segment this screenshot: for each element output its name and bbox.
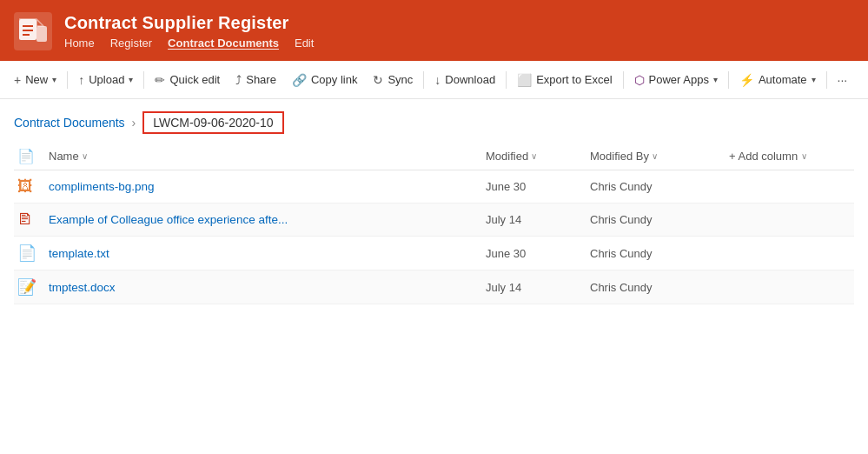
file-list-header: 📄 Name ∨ Modified ∨ Modified By ∨ + Add … [14,143,854,170]
header-nav: Home Register Contract Documents Edit [64,37,314,50]
share-button[interactable]: ⤴ Share [229,70,283,90]
download-button[interactable]: ↓ Download [427,70,502,90]
sep-4 [506,71,507,89]
sync-button[interactable]: ↻ Sync [366,70,420,90]
power-apps-button[interactable]: ⬡ Power Apps ▾ [627,70,725,90]
file-name-1[interactable]: Example of Colleague office experience a… [49,213,486,226]
copy-link-label: Copy link [311,73,357,86]
col-modified-by-header[interactable]: Modified By ∨ [590,150,729,163]
file-by-1: Chris Cundy [590,213,729,226]
sep-5 [623,71,624,89]
automate-chevron: ▾ [812,75,816,84]
breadcrumb-current: LWCM-09-06-2020-10 [142,111,283,134]
upload-button[interactable]: ↑ Upload ▾ [71,70,140,90]
quick-edit-button[interactable]: ✏ Quick edit [148,70,227,90]
file-date-0: June 30 [486,180,590,193]
nav-register[interactable]: Register [110,37,152,50]
file-by-2: Chris Cundy [590,247,729,260]
sep-7 [826,71,827,89]
sep-6 [728,71,729,89]
file-icon-pdf: 🖹 [17,210,49,229]
toolbar: + New ▾ ↑ Upload ▾ ✏ Quick edit ⤴ Share … [0,61,868,99]
file-name-0[interactable]: compliments-bg.png [49,180,486,193]
automate-button[interactable]: ⚡ Automate ▾ [732,70,823,90]
file-row: 📄 template.txt June 30 Chris Cundy [14,237,854,270]
add-col-chevron: ∨ [801,151,807,161]
name-sort-icon: ∨ [82,151,88,161]
file-by-0: Chris Cundy [590,180,729,193]
export-excel-label: Export to Excel [536,73,612,86]
file-name-2[interactable]: template.txt [49,247,486,260]
nav-edit[interactable]: Edit [295,37,314,50]
svg-rect-2 [36,26,47,42]
nav-home[interactable]: Home [64,37,95,50]
export-excel-button[interactable]: ⬜ Export to Excel [510,70,619,90]
power-apps-icon: ⬡ [634,73,645,87]
upload-icon: ↑ [78,73,84,87]
file-name-3[interactable]: tmptest.docx [49,281,486,294]
automate-icon: ⚡ [739,73,754,87]
new-icon: + [14,73,21,87]
breadcrumb-parent[interactable]: Contract Documents [14,116,125,130]
export-excel-icon: ⬜ [517,73,532,87]
power-apps-label: Power Apps [649,73,709,86]
quick-edit-icon: ✏ [155,73,165,87]
copy-link-button[interactable]: 🔗 Copy link [285,70,364,90]
sep-1 [67,71,68,89]
nav-contract-documents[interactable]: Contract Documents [168,37,279,50]
download-icon: ↓ [434,73,441,87]
file-icon-img: 🖼 [17,177,49,196]
file-date-3: July 14 [486,281,590,294]
new-chevron: ▾ [52,75,56,84]
more-button[interactable]: ··· [831,70,855,90]
new-label: New [25,73,48,86]
download-label: Download [445,73,495,86]
breadcrumb-separator: › [132,116,136,130]
sep-2 [143,71,144,89]
modified-sort-icon: ∨ [531,151,537,161]
share-icon: ⤴ [235,73,242,87]
sync-icon: ↻ [373,73,383,87]
file-date-1: July 14 [486,213,590,226]
file-row: 🖼 compliments-bg.png June 30 Chris Cundy [14,170,854,204]
copy-link-icon: 🔗 [292,73,307,87]
file-row: 🖹 Example of Colleague office experience… [14,204,854,237]
share-label: Share [246,73,276,86]
new-button[interactable]: + New ▾ [7,70,63,90]
app-header: Contract Supplier Register Home Register… [0,0,868,61]
file-list: 📄 Name ∨ Modified ∨ Modified By ∨ + Add … [14,143,854,304]
app-title: Contract Supplier Register [64,13,314,33]
quick-edit-label: Quick edit [169,73,220,86]
sync-label: Sync [388,73,413,86]
header-text-group: Contract Supplier Register Home Register… [64,13,314,50]
upload-chevron: ▾ [129,75,133,84]
col-modified-header[interactable]: Modified ∨ [486,150,590,163]
sep-3 [423,71,424,89]
automate-label: Automate [759,73,807,86]
col-icon-header: 📄 [17,148,49,164]
file-row: 📝 tmptest.docx July 14 Chris Cundy [14,270,854,304]
power-apps-chevron: ▾ [713,75,718,84]
file-date-2: June 30 [486,247,590,260]
file-icon-txt: 📄 [17,244,49,263]
more-icon: ··· [838,73,848,87]
breadcrumb: Contract Documents › LWCM-09-06-2020-10 [0,99,868,143]
app-logo [14,12,52,50]
file-icon-word: 📝 [17,277,49,297]
file-by-3: Chris Cundy [590,281,729,294]
modified-by-sort-icon: ∨ [652,151,658,161]
add-column-button[interactable]: + Add column ∨ [729,150,851,163]
upload-label: Upload [89,73,124,86]
col-name-header[interactable]: Name ∨ [49,150,486,163]
